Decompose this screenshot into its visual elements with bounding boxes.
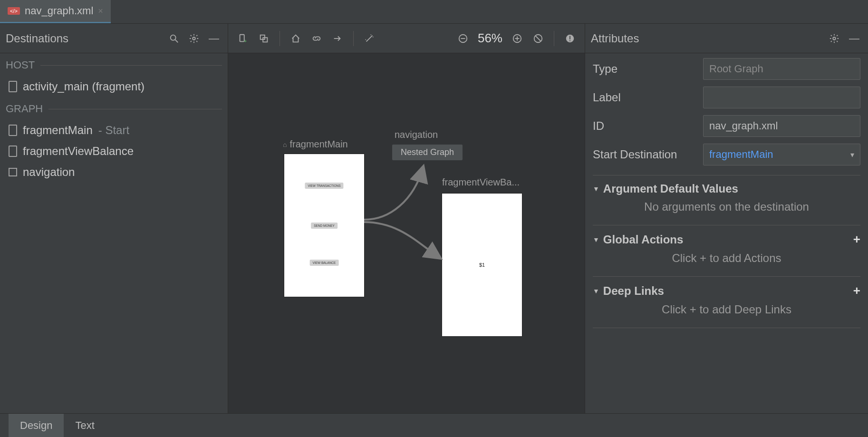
fragment-icon [9,81,17,92]
attr-id-input[interactable] [703,115,860,137]
graph-section-label: GRAPH [0,97,228,120]
host-section-label: HOST [0,53,228,76]
text-tab[interactable]: Text [64,414,106,437]
fragment-icon [9,125,17,136]
attributes-title: Attributes [591,32,822,45]
svg-rect-17 [569,40,570,41]
svg-point-0 [171,35,176,40]
send-money-button: SEND MONEY [311,223,338,229]
minimize-icon[interactable]: — [206,30,222,47]
main-area: Destinations — HOST activity_main (fragm… [0,24,868,413]
design-tab[interactable]: Design [9,414,64,437]
file-tab[interactable]: </> nav_graph.xml × [0,0,111,23]
svg-point-18 [833,37,836,40]
svg-line-14 [536,36,541,41]
bottom-tabbar: Design Text [0,413,868,437]
attr-start-dest-row: Start Destination fragmentMain ▾ [593,144,860,165]
fragment-main-preview[interactable]: VIEW TRANSACTIONS SEND MONEY VIEW BALANC… [284,154,364,297]
close-tab-icon[interactable]: × [98,6,103,16]
collapse-icon: ▼ [593,287,599,295]
argument-section: ▼ Argument Default Values No arguments o… [593,175,860,215]
magic-wand-icon[interactable] [361,30,377,47]
add-action-icon[interactable]: + [853,232,860,247]
design-canvas-area: + 56% [228,24,585,413]
attr-label-input[interactable] [703,87,860,108]
gear-icon[interactable] [826,30,842,47]
nested-graph-badge[interactable]: Nested Graph [392,145,463,160]
deep-links-hint: Click + to add Deep Links [593,298,860,318]
zoom-level: 56% [478,31,502,46]
graph-item-fragment-view-balance[interactable]: fragmentViewBalance [0,141,228,162]
attributes-header: Attributes — [585,24,868,53]
attr-start-dest-select[interactable]: fragmentMain ▾ [703,144,860,165]
argument-empty-text: No arguments on the destination [593,195,860,215]
zoom-in-icon[interactable] [509,30,525,47]
canvas-toolbar: + 56% [228,24,585,53]
home-icon[interactable] [288,30,304,47]
host-item-label: activity_main (fragment) [23,80,145,93]
view-balance-button: VIEW BALANCE [310,260,339,266]
attr-id-row: ID [593,115,860,137]
fragment-view-balance-label: fragmentViewBa... [442,177,520,188]
attributes-body: Type Label ID Start Destination fragment… [585,53,868,333]
action-arrows [228,53,585,413]
nested-graph-icon[interactable] [256,30,272,47]
link-icon[interactable] [309,30,325,47]
graph-item-navigation[interactable]: navigation [0,162,228,183]
svg-rect-16 [569,36,570,39]
zoom-fit-icon[interactable] [530,30,546,47]
collapse-icon: ▼ [593,236,599,243]
attributes-panel: Attributes — Type Label ID Start Destina… [585,24,868,413]
global-actions-hint: Click + to add Actions [593,247,860,267]
deep-links-header[interactable]: ▼ Deep Links + [593,283,860,298]
deep-links-section: ▼ Deep Links + Click + to add Deep Links [593,276,860,318]
minimize-icon[interactable]: — [846,30,862,47]
new-destination-icon[interactable]: + [235,30,251,47]
global-actions-section: ▼ Global Actions + Click + to add Action… [593,225,860,267]
search-icon[interactable] [166,30,182,47]
add-deep-link-icon[interactable]: + [853,283,860,298]
graph-item-fragment-main[interactable]: fragmentMain - Start [0,120,228,141]
zoom-out-icon[interactable] [455,30,471,47]
arrow-right-icon[interactable] [329,30,346,47]
nested-graph-icon [9,168,17,176]
svg-text:+: + [244,38,247,44]
fragment-view-balance-preview[interactable]: $1 [442,194,522,336]
fragment-main-label: ⌂ fragmentMain [283,139,348,150]
nav-canvas[interactable]: ⌂ fragmentMain VIEW TRANSACTIONS SEND MO… [228,53,585,413]
file-tab-label: nav_graph.xml [25,5,93,17]
xml-file-icon: </> [8,7,20,15]
fragment-icon [9,146,17,157]
attr-type-input[interactable] [703,58,860,80]
svg-point-2 [193,37,195,40]
warning-icon[interactable] [562,30,578,47]
balance-value: $1 [479,262,485,268]
navigation-label: navigation [395,129,438,140]
global-actions-header[interactable]: ▼ Global Actions + [593,232,860,247]
chevron-down-icon: ▾ [850,150,854,159]
host-item[interactable]: activity_main (fragment) [0,76,228,97]
gear-icon[interactable] [186,30,202,47]
editor-tabbar: </> nav_graph.xml × [0,0,868,24]
collapse-icon: ▼ [593,185,599,193]
argument-section-header[interactable]: ▼ Argument Default Values [593,182,860,195]
attr-label-row: Label [593,87,860,108]
svg-line-1 [175,39,178,42]
view-transactions-button: VIEW TRANSACTIONS [305,183,343,189]
destinations-title: Destinations [6,32,162,45]
destinations-header: Destinations — [0,24,228,53]
home-icon: ⌂ [283,141,287,148]
attr-type-row: Type [593,58,860,80]
destinations-panel: Destinations — HOST activity_main (fragm… [0,24,228,413]
